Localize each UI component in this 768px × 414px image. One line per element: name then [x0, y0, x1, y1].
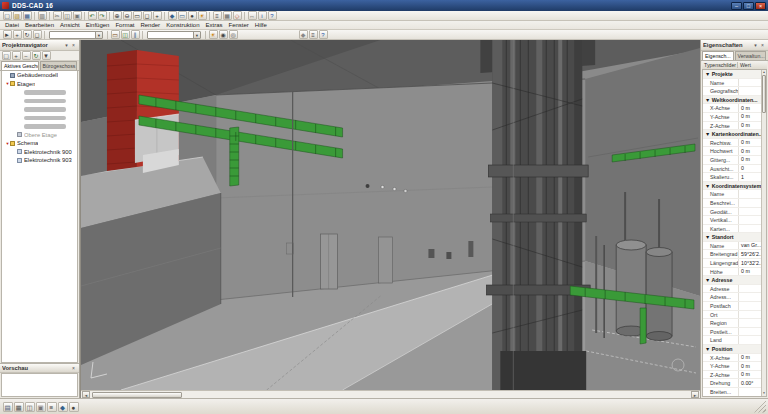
copy-icon[interactable]: ◫: [63, 11, 72, 20]
zoom-window-icon[interactable]: ▭: [133, 11, 142, 20]
zoom-all-icon[interactable]: ◻: [143, 11, 152, 20]
property-group[interactable]: ▼ Koordinatensystem...: [703, 182, 761, 191]
pan-tool-icon[interactable]: +: [13, 30, 22, 39]
property-row[interactable]: Name: [703, 79, 761, 88]
wall-tool-icon[interactable]: ▭: [111, 30, 120, 39]
properties-tab[interactable]: Verwaltun...: [735, 51, 767, 60]
close-icon[interactable]: ×: [70, 365, 77, 372]
column-header-name[interactable]: Typenschilder: [702, 62, 738, 68]
property-row[interactable]: Beschrei...: [703, 199, 761, 208]
property-row[interactable]: Name: [703, 190, 761, 199]
close-button[interactable]: ×: [755, 2, 766, 10]
dock-components-icon[interactable]: ◫: [25, 402, 35, 412]
pin-icon[interactable]: ▾: [63, 42, 70, 49]
menu-fenster[interactable]: Fenster: [226, 22, 252, 28]
view-settings-icon[interactable]: ≡: [309, 30, 318, 39]
navigator-tab[interactable]: Bürogeschoss (B): [40, 61, 78, 70]
tree-item-redacted[interactable]: [2, 114, 77, 123]
socket-tool-icon[interactable]: ◎: [229, 30, 238, 39]
property-row[interactable]: Drehung0.00°: [703, 379, 761, 388]
dock-settings-icon[interactable]: ●: [69, 402, 79, 412]
switch-tool-icon[interactable]: ◉: [219, 30, 228, 39]
close-icon[interactable]: ×: [759, 42, 766, 49]
help-icon[interactable]: ?: [268, 11, 277, 20]
tree-item-redacted[interactable]: [2, 105, 77, 114]
pipe-tool-icon[interactable]: ∥: [131, 30, 140, 39]
system-selector[interactable]: ▾: [147, 31, 201, 39]
select-tool-icon[interactable]: ►: [3, 30, 12, 39]
info-icon[interactable]: i: [258, 11, 267, 20]
zoom-in-icon[interactable]: ⊕: [113, 11, 122, 20]
collapse-all-icon[interactable]: −: [22, 51, 31, 60]
grid-icon[interactable]: ▦: [223, 11, 232, 20]
resize-grip[interactable]: [754, 401, 766, 413]
dock-database-icon[interactable]: ▣: [36, 402, 46, 412]
dock-list-icon[interactable]: ◆: [58, 402, 68, 412]
property-row[interactable]: Geodät...: [703, 208, 761, 217]
camera-icon[interactable]: ●: [188, 11, 197, 20]
light-tool-icon[interactable]: ☀: [209, 30, 218, 39]
tree-item-redacted[interactable]: [2, 88, 77, 97]
menu-datei[interactable]: Datei: [2, 22, 22, 28]
property-row[interactable]: Karten...: [703, 225, 761, 234]
new-file-icon[interactable]: ▢: [3, 11, 12, 20]
pin-icon[interactable]: ▾: [752, 42, 759, 49]
maximize-button[interactable]: □: [743, 2, 754, 10]
scroll-right-icon[interactable]: ►: [691, 391, 699, 398]
property-row[interactable]: Adress...: [703, 293, 761, 302]
sun-study-icon[interactable]: ◆: [299, 30, 308, 39]
property-row[interactable]: Geografisch...: [703, 87, 761, 96]
property-row[interactable]: Postleit...: [703, 328, 761, 337]
dock-project-icon[interactable]: ▤: [3, 402, 13, 412]
pan-icon[interactable]: +: [153, 11, 162, 20]
property-row[interactable]: Postfach: [703, 302, 761, 311]
properties-tab[interactable]: Eigensch...: [702, 51, 734, 60]
property-row[interactable]: Höhe0 m: [703, 268, 761, 277]
hscroll-thumb[interactable]: [92, 392, 182, 398]
dock-model-icon[interactable]: ▦: [14, 402, 24, 412]
property-row[interactable]: Adresse: [703, 285, 761, 294]
menu-ansicht[interactable]: Ansicht: [57, 22, 83, 28]
open-folder-icon[interactable]: ▨: [13, 11, 22, 20]
menu-bearbeiten[interactable]: Bearbeiten: [22, 22, 57, 28]
close-icon[interactable]: ×: [70, 42, 77, 49]
viewport-hscrollbar[interactable]: ◄ ►: [81, 390, 700, 398]
storey-selector[interactable]: ▾: [49, 31, 103, 39]
column-header-value[interactable]: Wert: [738, 62, 767, 68]
render-icon[interactable]: ☀: [198, 11, 207, 20]
menu-render[interactable]: Render: [137, 22, 163, 28]
property-row[interactable]: Vertikal...: [703, 216, 761, 225]
menu-konstruktion[interactable]: Konstruktion: [163, 22, 202, 28]
tree-item[interactable]: Gebäudemodell: [2, 71, 77, 80]
tree-item[interactable]: Elektrotechnik 903: [2, 156, 77, 165]
vscroll-thumb[interactable]: [762, 75, 766, 113]
refresh-icon[interactable]: ↻: [32, 51, 41, 60]
context-help-icon[interactable]: ?: [319, 30, 328, 39]
view-plan-icon[interactable]: ▭: [178, 11, 187, 20]
paste-icon[interactable]: ▣: [73, 11, 82, 20]
property-row[interactable]: Region: [703, 319, 761, 328]
titlebar[interactable]: DDS-CAD 16 –□×: [0, 0, 768, 11]
tree-item[interactable]: ▼Etagen: [2, 80, 77, 89]
scroll-left-icon[interactable]: ◄: [82, 391, 90, 398]
expand-all-icon[interactable]: +: [12, 51, 21, 60]
property-group[interactable]: ▼ Adresse: [703, 276, 761, 285]
properties-vscrollbar[interactable]: ▲ ▼: [761, 70, 766, 396]
property-row[interactable]: Breiten...: [703, 388, 761, 397]
view-3d-icon[interactable]: ◆: [168, 11, 177, 20]
snap-icon[interactable]: ◇: [233, 11, 242, 20]
tree-item-redacted[interactable]: [2, 122, 77, 131]
print-icon[interactable]: ▥: [38, 11, 47, 20]
layers-icon[interactable]: ≡: [213, 11, 222, 20]
viewport-3d-scene[interactable]: [81, 40, 700, 390]
tree-item[interactable]: Elektrotechnik 900: [2, 148, 77, 157]
undo-icon[interactable]: ↶: [88, 11, 97, 20]
property-row[interactable]: Land: [703, 336, 761, 345]
zoom-extents-icon[interactable]: ◻: [33, 30, 42, 39]
zoom-out-icon[interactable]: ⊖: [123, 11, 132, 20]
tree-item[interactable]: Obere Etage: [2, 131, 77, 140]
menu-hilfe[interactable]: Hilfe: [252, 22, 270, 28]
tree-item[interactable]: ▼Schema: [2, 139, 77, 148]
property-row[interactable]: Ort: [703, 311, 761, 320]
cut-icon[interactable]: ✂: [53, 11, 62, 20]
